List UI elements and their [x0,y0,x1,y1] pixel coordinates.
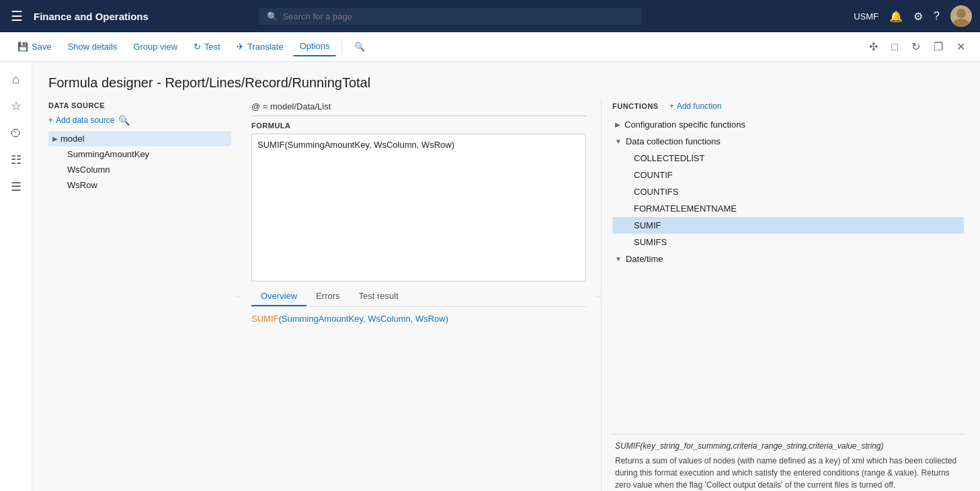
sidebar-clock-icon[interactable]: ⏲ [4,121,28,145]
help-icon[interactable]: ? [934,10,940,22]
test-label: Test [204,42,220,52]
toolbar: 💾 Save Show details Group view ↻ Test ✈ … [0,32,980,62]
tree-item-label-wscolumn: WsColumn [67,165,110,175]
designer-layout: DATA SOURCE + Add data source 🔍 ▶ model … [48,101,964,491]
fn-desc-text: Returns a sum of values of nodes (with n… [615,455,961,491]
formula-tabs: Overview Errors Test result [251,287,586,307]
plus-icon: + [48,116,53,125]
options-label: Options [300,41,330,51]
functions-top: FUNCTIONS + Add function [612,101,964,111]
tree-item-label-summing: SummingAmountKey [67,149,149,159]
functions-list: ▶ Configuration specific functions ▼ Dat… [612,116,964,434]
search-icon: 🔍 [267,11,278,21]
test-button[interactable]: ↻ Test [187,38,227,56]
translate-icon: ✈ [237,42,244,52]
fn-item-sumifs[interactable]: SUMIFS [612,234,964,251]
show-details-button[interactable]: Show details [61,38,124,56]
fn-item-collectedlist[interactable]: COLLECTEDLIST [612,150,964,167]
test-icon: ↻ [194,42,201,52]
notification-icon[interactable]: 🔔 [889,10,903,23]
hamburger-button[interactable]: ☰ [8,5,26,27]
fn-item-sumif[interactable]: SUMIF [612,217,964,234]
sidebar-grid-icon[interactable]: ☷ [4,148,28,172]
fn-group-datetime-expand-icon: ▼ [615,255,622,263]
formula-header: FORMULA [251,122,586,130]
tab-errors[interactable]: Errors [307,287,349,306]
fn-group-config-label: Configuration specific functions [624,120,745,130]
refresh-icon-btn[interactable]: ↻ [907,38,924,56]
plus-icon-fn: + [669,101,674,111]
formula-textarea[interactable]: SUMIF(SummingAmountKey, WsColumn, WsRow) [251,134,586,281]
options-button[interactable]: Options [293,37,337,56]
search-input[interactable] [283,11,634,21]
top-nav: ☰ Finance and Operations 🔍 USMF 🔔 ⚙ ? [0,0,980,32]
functions-panel: FUNCTIONS + Add function ▶ Configuration… [601,101,964,491]
fn-group-datacollection-label: Data collection functions [626,136,721,146]
tree-item-label-wsrow: WsRow [67,180,97,190]
search-toolbar-btn[interactable]: 🔍 [348,38,372,56]
fn-item-formatelementname[interactable]: FORMATELEMENTNAME [612,200,964,217]
sidebar-star-icon[interactable]: ☆ [4,94,28,118]
fn-group-datetime[interactable]: ▼ Date/time [612,251,964,267]
toolbar-separator [341,39,342,55]
add-function-button[interactable]: + Add function [669,101,722,111]
popout-icon-btn[interactable]: ❐ [930,38,947,56]
tree-item-label-model: model [60,134,84,144]
toolbar-right-icons: ✣ □ ↻ ❐ ✕ [865,38,969,56]
data-source-search-button[interactable]: 🔍 [118,115,130,126]
fn-group-config-expand-icon: ▶ [615,121,620,128]
save-button[interactable]: 💾 Save [11,38,58,56]
svg-point-0 [956,9,966,18]
group-view-label: Group view [133,42,177,52]
result-params: (SummingAmountKey, WsColumn, WsRow) [278,314,448,324]
fn-signature: SUMIF(key_string_for_summing,criteria_ra… [615,441,961,451]
add-data-source-button[interactable]: + Add data source [48,116,114,125]
formula-panel: @ = model/Data/List FORMULA SUMIF(Summin… [241,101,597,491]
result-sumif: SUMIF [251,314,278,324]
page-title: Formula designer - Report/Lines/Record/R… [48,75,964,91]
tree-item-model[interactable]: ▶ model [48,131,231,146]
tab-overview[interactable]: Overview [251,287,307,306]
close-icon-btn[interactable]: ✕ [952,38,969,56]
data-source-header: DATA SOURCE [48,101,231,109]
office-icon-btn[interactable]: □ [887,38,902,56]
tab-test-result[interactable]: Test result [350,287,408,306]
user-label: USMF [854,11,879,21]
fn-group-datetime-label: Date/time [626,254,663,264]
sidebar-list-icon[interactable]: ☰ [4,175,28,199]
fn-group-config[interactable]: ▶ Configuration specific functions [612,116,964,133]
data-source-toolbar: + Add data source 🔍 [48,115,231,126]
svg-point-1 [953,19,969,27]
translate-button[interactable]: ✈ Translate [230,38,290,56]
translate-label: Translate [247,42,284,52]
search-bar: 🔍 [259,8,642,25]
formula-path: @ = model/Data/List [251,101,586,116]
sidebar-left: ⌂ ☆ ⏲ ☷ ☰ [0,62,32,491]
group-view-button[interactable]: Group view [126,38,184,56]
show-details-label: Show details [68,42,118,52]
tree-item-wsrow[interactable]: WsRow [48,177,231,193]
data-source-panel: DATA SOURCE + Add data source 🔍 ▶ model … [48,101,237,491]
content-area: Formula designer - Report/Lines/Record/R… [32,62,980,491]
expand-icon-model: ▶ [52,135,58,142]
tree-item-wscolumn[interactable]: WsColumn [48,162,231,177]
top-nav-right: USMF 🔔 ⚙ ? [854,5,972,27]
fn-item-countif[interactable]: COUNTIF [612,167,964,183]
sidebar-home-icon[interactable]: ⌂ [4,67,28,91]
save-label: Save [32,42,52,52]
tree-item-summingamountkey[interactable]: SummingAmountKey [48,146,231,162]
fn-description: SUMIF(key_string_for_summing,criteria_ra… [612,434,964,491]
layout-icon-btn[interactable]: ✣ [865,38,882,56]
app-body: ⌂ ☆ ⏲ ☷ ☰ Formula designer - Report/Line… [0,62,980,491]
fn-group-datacollection-expand-icon: ▼ [615,138,622,145]
avatar[interactable] [950,5,972,27]
fn-group-datacollection[interactable]: ▼ Data collection functions [612,133,964,150]
settings-icon[interactable]: ⚙ [913,10,923,23]
formula-result: SUMIF(SummingAmountKey, WsColumn, WsRow) [251,314,586,324]
fn-item-countifs[interactable]: COUNTIFS [612,183,964,200]
functions-header: FUNCTIONS [612,102,659,110]
app-title: Finance and Operations [34,11,149,22]
save-icon: 💾 [17,42,28,52]
